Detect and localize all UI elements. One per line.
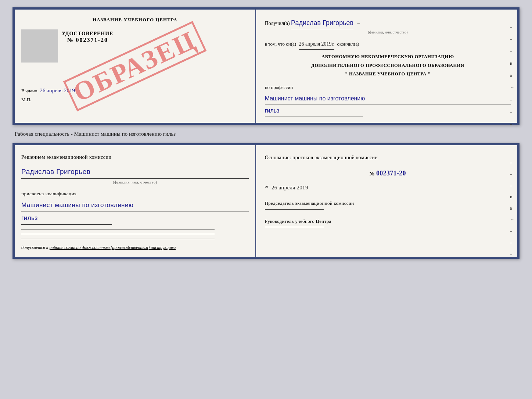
date-from-prefix: от [265,184,269,188]
qualification-value2: гильз [21,212,112,224]
date-from-block: от 26 апреля 2019 [265,182,511,193]
date-suffix: окончил(а) [337,41,359,47]
director-label: Руководитель учебного Центра [265,218,511,225]
blank-line-3 [21,239,215,239]
bottom-document: Решением экзаменационной комиссии Радисл… [12,143,520,259]
profession-value: Машинист машины по изготовлению [265,93,511,104]
protocol-date: 26 апреля 2019 [272,185,308,190]
org-line2: ДОПОЛНИТЕЛЬНОГО ПРОФЕССИОНАЛЬНОГО ОБРАЗО… [265,61,511,70]
org-line3: " НАЗВАНИЕ УЧЕБНОГО ЦЕНТРА " [265,70,511,79]
right-content-top: в том, что он(а) 26 апреля 2019г. окончи… [265,39,511,117]
top-document: НАЗВАНИЕ УЧЕБНОГО ЦЕНТРА УДОСТОВЕРЕНИЕ №… [12,7,520,125]
decision-block: Решением экзаменационной комиссии Радисл… [21,153,249,239]
qualification-prefix: присвоена квалификация [21,189,249,199]
org-line1: АВТОНОМНУЮ НЕКОММЕРЧЕСКУЮ ОРГАНИЗАЦИЮ [265,53,511,61]
top-right-panel: Получил(а) Радислав Григорьев – (фамилия… [256,10,517,123]
date-prefix: в том, что он(а) [265,41,296,47]
basis-block: Основание: протокол экзаменационной коми… [265,153,511,227]
issued-date: 26 апреля 2019 [40,88,75,93]
between-label: Рабочая специальность - Машинист машины … [7,131,176,137]
cert-title: УДОСТОВЕРЕНИЕ [62,31,113,37]
cert-number: № 002371-20 [62,37,113,43]
chairman-signature-line [265,209,324,210]
received-block: Получил(а) Радислав Григорьев – (фамилия… [265,17,511,36]
person-name-top: Радислав Григорьев [291,17,353,29]
photo-placeholder [21,29,58,63]
director-signature-line [265,227,324,227]
cert-issued: Выдано 26 апреля 2019 [21,88,249,94]
chairman-block: Председатель экзаменационной комиссии [265,200,511,210]
date-line: в том, что он(а) 26 апреля 2019г. окончи… [265,39,511,50]
school-name-top: НАЗВАНИЕ УЧЕБНОГО ЦЕНТРА [21,17,249,23]
footer-text: допускается к [21,245,48,250]
bottom-right-panel: Основание: протокол экзаменационной коми… [256,145,517,257]
decision-text: Решением экзаменационной комиссии [21,153,249,163]
mp-label: М.П. [21,97,249,103]
top-left-panel: НАЗВАНИЕ УЧЕБНОГО ЦЕНТРА УДОСТОВЕРЕНИЕ №… [15,10,256,123]
protocol-number-label: № 002371-20 [265,167,511,180]
issued-label: Выдано [21,88,37,93]
director-block: Руководитель учебного Центра [265,218,511,228]
profession-label: по профессии [265,83,511,92]
side-marks-top: – – – и а ← – – – [510,24,514,127]
blank-line-1 [21,229,215,229]
footer-underline: работе согласно должностным (производств… [49,245,176,250]
name-hint-top: (фамилия, имя, отчество) [265,29,511,36]
bottom-left-panel: Решением экзаменационной комиссии Радисл… [15,145,256,257]
chairman-label: Председатель экзаменационной комиссии [265,200,511,207]
qualification-value: Машинист машины по изготовлению [21,199,249,211]
profession-value2: гильз [265,105,363,117]
blank-line-2 [21,234,215,234]
received-prefix: Получил(а) [265,21,290,26]
date-value: 26 апреля 2019г. [299,39,334,50]
person-name-bottom: Радислав Григорьев [21,165,249,179]
number-value: 002371-20 [376,170,406,177]
footer-block: допускается к работе согласно должностны… [21,244,249,251]
side-marks-bottom: – – – и а ← – – – [510,160,514,257]
basis-text: Основание: протокол экзаменационной коми… [265,153,511,163]
number-label: № [370,171,375,177]
name-hint-bottom: (фамилия, имя, отчество) [21,179,249,186]
